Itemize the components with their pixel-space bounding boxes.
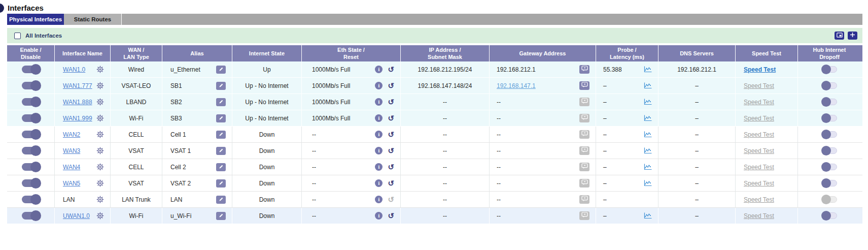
line-chart-icon[interactable] [644,99,652,105]
hub-dropoff-cell [798,127,861,142]
line-chart-icon[interactable] [644,164,652,170]
interface-name-link[interactable]: WAN1.888 [63,99,92,106]
line-chart-icon[interactable] [644,131,652,138]
gear-icon[interactable] [96,212,104,220]
gear-icon[interactable] [96,98,104,106]
info-icon[interactable]: i [375,131,383,138]
hub-dropoff-toggle[interactable] [822,147,837,154]
enable-toggle[interactable] [22,147,40,154]
enable-toggle[interactable] [22,82,40,89]
enable-toggle[interactable] [22,179,40,187]
edit-alias-button[interactable] [216,212,226,220]
line-chart-icon[interactable] [644,147,652,154]
all-interfaces-checkbox[interactable] [14,33,21,39]
hub-dropoff-toggle[interactable] [822,115,837,121]
edit-alias-button[interactable] [216,147,226,155]
tab-physical-interfaces[interactable]: Physical Interfaces [7,14,64,25]
enable-toggle[interactable] [22,66,40,73]
hub-dropoff-toggle[interactable] [822,180,837,186]
gear-icon[interactable] [96,131,104,138]
edit-alias-button[interactable] [216,82,226,90]
speed-test-link[interactable]: Speed Test [744,99,774,106]
hub-dropoff-toggle[interactable] [822,99,837,105]
hub-dropoff-toggle[interactable] [822,66,837,73]
reset-icon[interactable]: ↺ [388,147,394,154]
interface-name-link[interactable]: WAN1.777 [63,82,92,89]
reset-icon[interactable]: ↺ [388,66,394,73]
gateway-link[interactable]: 192.168.147.1 [497,82,536,89]
enable-toggle[interactable] [22,196,40,203]
gear-icon[interactable] [96,147,104,154]
info-icon[interactable]: i [375,212,383,220]
hub-dropoff-toggle[interactable] [822,196,837,203]
interface-name-link[interactable]: WAN4 [63,164,80,171]
interface-name-link[interactable]: WAN5 [63,180,80,187]
info-icon[interactable]: i [375,66,383,73]
speed-test-link[interactable]: Speed Test [744,164,774,171]
gear-icon[interactable] [96,82,104,89]
reset-icon[interactable]: ↺ [388,131,394,138]
line-chart-icon[interactable] [644,115,652,121]
speed-test-link[interactable]: Speed Test [744,66,776,73]
gear-icon[interactable] [96,163,104,171]
edit-alias-button[interactable] [216,66,226,74]
reset-icon[interactable]: ↺ [388,82,394,89]
edit-alias-button[interactable] [216,131,226,139]
speed-test-link[interactable]: Speed Test [744,82,774,89]
internet-state-text: Down [259,196,275,203]
hub-dropoff-toggle[interactable] [822,164,837,170]
hub-dropoff-toggle[interactable] [822,82,837,89]
gateway-monitor-button[interactable] [579,65,589,74]
gear-icon[interactable] [96,66,104,73]
enable-toggle[interactable] [22,114,40,122]
interface-name-link[interactable]: UWAN1.0 [63,212,90,220]
info-icon[interactable]: i [375,98,383,106]
info-icon[interactable]: i [375,179,383,187]
enable-toggle[interactable] [22,163,40,171]
interface-name-link[interactable]: WAN2 [63,131,80,138]
info-icon[interactable]: i [375,196,383,203]
reset-icon[interactable]: ↺ [388,98,394,106]
line-chart-icon[interactable] [644,66,652,73]
gear-icon[interactable] [96,179,104,187]
tab-static-routes[interactable]: Static Routes [64,14,122,25]
info-icon[interactable]: i [375,114,383,122]
interface-name-link[interactable]: WAN1.999 [63,115,92,122]
edit-alias-button[interactable] [216,114,226,122]
hub-dropoff-toggle[interactable] [822,212,837,219]
speed-test-link[interactable]: Speed Test [744,196,774,203]
probe-latency-text: – [603,212,607,220]
reset-icon[interactable]: ↺ [388,179,394,187]
line-chart-icon[interactable] [644,212,652,219]
speed-test-link[interactable]: Speed Test [744,115,774,122]
line-chart-icon[interactable] [644,180,652,186]
edit-alias-button[interactable] [216,163,226,171]
enable-toggle[interactable] [22,131,40,138]
gateway-monitor-button[interactable] [579,81,589,90]
reset-icon[interactable]: ↺ [388,114,394,122]
reset-icon[interactable]: ↺ [388,212,394,220]
info-icon[interactable]: i [375,163,383,171]
info-icon[interactable]: i [375,147,383,154]
speed-test-link[interactable]: Speed Test [744,212,774,220]
edit-alias-button[interactable] [216,196,226,204]
panel-view-button[interactable] [835,32,844,40]
speed-test-link[interactable]: Speed Test [744,147,774,154]
speed-test-link[interactable]: Speed Test [744,180,774,187]
add-interface-button[interactable] [848,32,857,40]
speed-test-link[interactable]: Speed Test [744,131,774,138]
gear-icon[interactable] [96,114,104,122]
line-chart-icon[interactable] [644,82,652,89]
hub-dropoff-toggle[interactable] [822,131,837,138]
edit-alias-button[interactable] [216,179,226,188]
edit-alias-button[interactable] [216,98,226,106]
alias-cell: u_Wi-Fi [162,208,232,224]
enable-toggle[interactable] [22,212,40,220]
all-interfaces-control[interactable]: All Interfaces [14,33,62,39]
interface-name-link[interactable]: WAN1.0 [63,66,85,73]
enable-toggle[interactable] [22,98,40,106]
reset-icon[interactable]: ↺ [388,163,394,171]
info-icon[interactable]: i [375,82,383,89]
interface-name-link[interactable]: WAN3 [63,147,80,154]
gear-icon[interactable] [96,196,104,203]
